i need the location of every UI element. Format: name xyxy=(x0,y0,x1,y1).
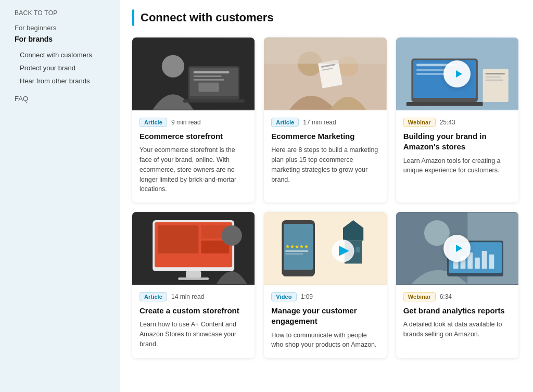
card-desc-customer-engagement: How to communicate with people who shop … xyxy=(271,331,379,350)
card-image-ecommerce-storefront xyxy=(132,37,255,110)
svg-rect-31 xyxy=(158,225,198,254)
badge-video-1: Video xyxy=(271,292,296,301)
card-meta-brand-analytics: Webinar 6:34 xyxy=(403,292,511,301)
card-ecommerce-marketing[interactable]: Article 17 min read Ecommerce Marketing … xyxy=(264,37,386,203)
svg-rect-12 xyxy=(318,59,342,88)
sidebar-item-beginners[interactable]: For beginners xyxy=(15,24,109,32)
card-body-ecommerce-marketing: Article 17 min read Ecommerce Marketing … xyxy=(264,110,386,203)
sidebar: BACK TO TOP For beginners For brands Con… xyxy=(0,0,120,392)
card-building-brand[interactable]: Webinar 25:43 Building your brand in Ama… xyxy=(396,37,518,203)
sidebar-item-hear[interactable]: Hear from other brands xyxy=(20,74,109,87)
card-time-1: 9 min read xyxy=(171,119,201,126)
badge-article-2: Article xyxy=(271,118,299,127)
card-body-building-brand: Webinar 25:43 Building your brand in Ama… xyxy=(396,110,518,203)
card-time-6: 6:34 xyxy=(440,293,452,300)
card-time-4: 14 min read xyxy=(171,293,204,300)
badge-article-1: Article xyxy=(139,118,167,127)
card-desc-custom-storefront: Learn how to use A+ Content and Amazon S… xyxy=(139,320,247,350)
svg-rect-26 xyxy=(485,80,503,81)
card-desc-brand-analytics: A detailed look at data available to bra… xyxy=(403,320,511,350)
card-ecommerce-storefront[interactable]: Article 9 min read Ecommerce storefront … xyxy=(132,37,255,203)
card-time-5: 1:09 xyxy=(301,293,313,300)
page-layout: BACK TO TOP For beginners For brands Con… xyxy=(0,0,533,392)
badge-article-3: Article xyxy=(139,292,167,301)
card-brand-analytics[interactable]: Webinar 6:34 Get brand analytics reports… xyxy=(396,212,518,358)
play-button-building-brand[interactable] xyxy=(443,60,471,87)
section-header: Connect with customers xyxy=(132,9,518,26)
svg-rect-8 xyxy=(198,83,219,92)
svg-point-36 xyxy=(222,225,242,246)
svg-marker-27 xyxy=(456,70,462,78)
svg-rect-46 xyxy=(356,247,360,252)
card-meta-customer-engagement: Video 1:09 xyxy=(271,292,379,301)
svg-marker-60 xyxy=(456,245,462,252)
sidebar-subnav: Connect with customers Protect your bran… xyxy=(15,48,109,87)
sidebar-back-to-top[interactable]: BACK TO TOP xyxy=(15,9,109,17)
svg-rect-22 xyxy=(406,102,483,106)
svg-point-1 xyxy=(162,55,184,78)
card-grid-row1: Article 9 min read Ecommerce storefront … xyxy=(132,37,518,203)
card-meta-building-brand: Webinar 25:43 xyxy=(403,118,511,127)
card-body-ecommerce-storefront: Article 9 min read Ecommerce storefront … xyxy=(132,110,255,203)
card-desc-building-brand: Learn Amazon tools for creating a unique… xyxy=(403,156,511,195)
card-title-building-brand: Building your brand in Amazon's stores xyxy=(403,131,511,153)
svg-rect-7 xyxy=(194,79,224,81)
card-image-custom-storefront xyxy=(132,212,255,285)
card-body-custom-storefront: Article 14 min read Create a custom stor… xyxy=(132,285,255,358)
card-desc-ecommerce-marketing: Here are 8 steps to build a marketing pl… xyxy=(271,145,379,194)
card-title-brand-analytics: Get brand analytics reports xyxy=(403,306,511,316)
card-time-2: 17 min read xyxy=(303,119,336,126)
sidebar-item-brands[interactable]: For brands xyxy=(15,35,109,43)
card-customer-engagement[interactable]: ★★★★★ Video xyxy=(264,212,386,358)
card-image-ecommerce-marketing xyxy=(264,37,386,110)
section-header-bar xyxy=(132,9,134,26)
svg-rect-59 xyxy=(489,255,494,269)
sidebar-item-faq[interactable]: FAQ xyxy=(15,95,109,103)
main-content: Connect with customers xyxy=(120,0,533,392)
svg-rect-6 xyxy=(194,75,222,77)
card-meta-ecommerce-storefront: Article 9 min read xyxy=(139,118,247,127)
card-meta-custom-storefront: Article 14 min read xyxy=(139,292,247,301)
svg-rect-24 xyxy=(485,73,504,74)
svg-rect-15 xyxy=(264,38,386,64)
svg-rect-25 xyxy=(485,77,500,78)
card-custom-storefront[interactable]: Article 14 min read Create a custom stor… xyxy=(132,212,255,358)
badge-webinar-2: Webinar xyxy=(403,292,436,301)
section-title: Connect with customers xyxy=(141,11,273,24)
svg-rect-35 xyxy=(178,277,209,280)
sidebar-item-protect[interactable]: Protect your brand xyxy=(20,61,109,74)
svg-rect-5 xyxy=(194,71,230,73)
card-title-customer-engagement: Manage your customer engagement xyxy=(271,306,379,327)
card-title-ecommerce-marketing: Ecommerce Marketing xyxy=(271,131,379,142)
svg-rect-58 xyxy=(481,251,487,269)
play-button-brand-analytics[interactable] xyxy=(443,235,471,262)
svg-rect-54 xyxy=(453,261,458,269)
svg-text:★★★★★: ★★★★★ xyxy=(286,244,309,249)
card-time-3: 25:43 xyxy=(440,119,455,126)
svg-rect-4 xyxy=(183,99,245,103)
badge-webinar-1: Webinar xyxy=(403,118,436,127)
card-title-ecommerce-storefront: Ecommerce storefront xyxy=(139,131,247,142)
card-meta-ecommerce-marketing: Article 17 min read xyxy=(271,118,379,127)
card-grid-row2: Article 14 min read Create a custom stor… xyxy=(132,212,518,358)
card-title-custom-storefront: Create a custom storefront xyxy=(139,306,247,316)
svg-rect-41 xyxy=(286,250,309,252)
svg-rect-57 xyxy=(475,258,480,269)
card-image-building-brand xyxy=(396,37,518,110)
card-body-brand-analytics: Webinar 6:34 Get brand analytics reports… xyxy=(396,285,518,358)
svg-rect-42 xyxy=(286,254,303,255)
card-image-brand-analytics xyxy=(396,212,518,285)
card-image-customer-engagement: ★★★★★ xyxy=(264,212,386,285)
card-desc-ecommerce-storefront: Your ecommerce storefront is the face of… xyxy=(139,145,247,194)
svg-rect-34 xyxy=(186,271,201,277)
sidebar-item-connect[interactable]: Connect with customers xyxy=(20,48,109,61)
card-body-customer-engagement: Video 1:09 Manage your customer engageme… xyxy=(264,285,386,358)
svg-rect-20 xyxy=(416,69,447,71)
